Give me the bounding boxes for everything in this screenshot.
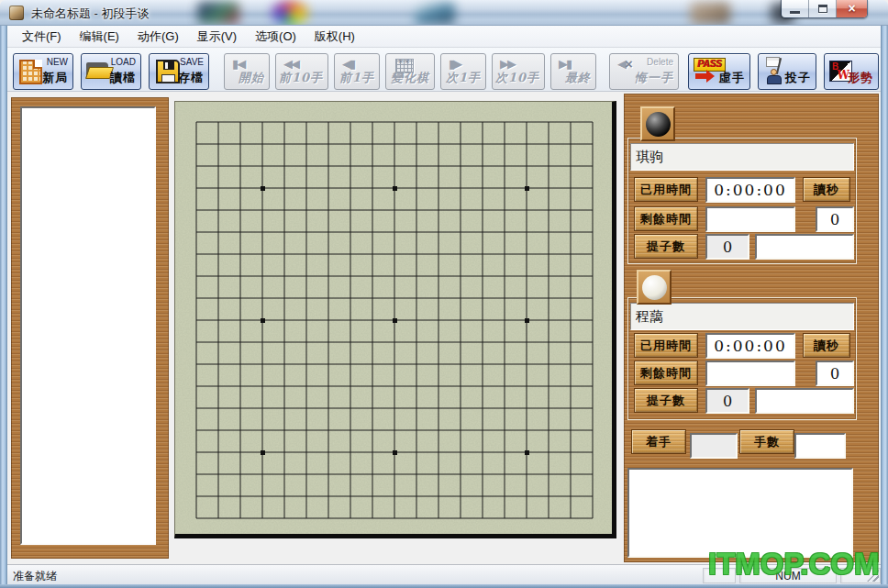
white-stone-icon	[642, 275, 667, 300]
board-grid	[175, 102, 612, 534]
black-player-group: 琪驹 已用時間 0:00:00 讀秒 剩餘時間 0 提子數 0	[627, 138, 857, 264]
window-minimize-button[interactable]	[782, 0, 809, 17]
go-to-end-button: ▶▮ 最終	[550, 53, 596, 90]
pass-button[interactable]: PASS 虛手	[688, 53, 750, 90]
undo-x-icon: ×	[625, 56, 633, 72]
black-time-left-field[interactable]	[705, 206, 795, 232]
go-to-start-button: ▮◀ 開始	[224, 53, 270, 90]
app-icon[interactable]	[9, 6, 24, 20]
title-bar[interactable]: 未命名标题 - 初段手谈 ×	[0, 0, 888, 26]
black-byoyomi-count-field[interactable]: 0	[816, 206, 854, 232]
save-top-label: SAVE	[180, 57, 204, 67]
white-time-used-field[interactable]: 0:00:00	[705, 333, 795, 359]
message-box[interactable]	[627, 468, 853, 558]
back-10-moves-button: ◀◀ 前10手	[275, 53, 328, 90]
white-byoyomi-button[interactable]: 讀秒	[803, 333, 850, 358]
move-listbox[interactable]	[20, 106, 156, 545]
estimate-button[interactable]: B W 形勢	[824, 53, 879, 90]
menu-view[interactable]: 显示(V)	[188, 26, 246, 48]
pass-arrow-icon	[695, 73, 706, 79]
start-label: 開始	[239, 70, 264, 86]
white-captures-extra-field[interactable]	[755, 388, 854, 414]
toolbar: NEW 新局 LOAD 讀檔 SAVE 存檔 ▮◀ 開始 ◀◀ 前10手 ◀▮ …	[7, 48, 881, 92]
black-time-used-label: 已用時間	[634, 177, 698, 202]
black-time-used-field[interactable]: 0:00:00	[705, 177, 795, 203]
white-time-left-label: 剩餘時間	[634, 361, 698, 385]
next10-label: 次10手	[495, 70, 539, 86]
back-1-icon: ◀▮	[342, 58, 354, 70]
move-number-label: 手數	[739, 429, 794, 454]
load-file-button[interactable]: LOAD 讀檔	[81, 53, 141, 90]
resign-button[interactable]: 投子	[758, 53, 816, 90]
black-time-left-label: 剩餘時間	[634, 206, 698, 231]
load-top-label: LOAD	[111, 57, 136, 67]
undo-move-button: ◀ × Delete 悔一手	[609, 53, 679, 90]
menu-options[interactable]: 选项(O)	[246, 26, 305, 48]
desktop-blur-blob	[690, 2, 730, 24]
menu-file[interactable]: 文件(F)	[13, 26, 71, 48]
current-move-field[interactable]	[690, 433, 738, 459]
desktop-blur-blob	[415, 2, 455, 24]
save-label: 存檔	[178, 70, 204, 86]
maximize-icon	[818, 5, 827, 13]
floppy-disk-icon	[156, 60, 180, 83]
forward-1-move-button: ▮▶ 次1手	[440, 53, 486, 90]
move-number-field[interactable]	[794, 433, 846, 459]
white-byoyomi-count-field[interactable]: 0	[816, 361, 854, 386]
load-label: 讀檔	[110, 70, 136, 86]
save-file-button[interactable]: SAVE 存檔	[149, 53, 209, 90]
variation-label: 變化棋	[391, 70, 429, 86]
current-move-label: 着手	[631, 429, 686, 454]
black-stone-icon	[646, 112, 671, 137]
move-list-panel	[11, 97, 169, 559]
info-panel: 琪驹 已用時間 0:00:00 讀秒 剩餘時間 0 提子數 0 程藹 已用時間 …	[624, 94, 879, 562]
new-top-label: NEW	[47, 57, 68, 67]
next1-label: 次1手	[446, 70, 481, 86]
black-player-name[interactable]: 琪驹	[630, 143, 854, 171]
window-close-button[interactable]: ×	[837, 0, 867, 17]
menu-about[interactable]: 版权(H)	[305, 26, 364, 48]
window-maximize-button[interactable]	[809, 0, 837, 17]
menu-edit[interactable]: 编辑(E)	[71, 26, 128, 48]
undo-arrow-icon: ◀	[617, 58, 625, 70]
open-folder-icon	[86, 62, 112, 80]
black-captures-field[interactable]: 0	[705, 234, 749, 260]
desktop-blur-blob	[272, 1, 308, 25]
skip-to-end-icon: ▶▮	[559, 58, 571, 70]
new-label: 新局	[42, 70, 68, 86]
black-byoyomi-button[interactable]: 讀秒	[803, 177, 850, 202]
close-icon: ×	[848, 2, 855, 15]
window-border-bottom	[0, 584, 888, 588]
pass-label: 虛手	[719, 70, 745, 86]
black-captures-extra-field[interactable]	[755, 234, 854, 260]
black-captures-label: 提子數	[634, 234, 698, 259]
white-player-group: 程藹 已用時間 0:00:00 讀秒 剩餘時間 0 提子數 0	[627, 297, 857, 420]
window-border-right	[881, 26, 888, 588]
white-captures-field[interactable]: 0	[705, 388, 749, 414]
watermark: ITMOP.COM	[708, 547, 879, 582]
minimize-icon	[790, 11, 800, 14]
white-time-left-field[interactable]	[705, 361, 795, 386]
go-board[interactable]	[174, 101, 616, 538]
new-game-icon	[19, 60, 42, 84]
undo-top-label: Delete	[647, 57, 673, 67]
back-1-move-button: ◀▮ 前1手	[334, 53, 380, 90]
menu-bar: 文件(F) 编辑(E) 动作(G) 显示(V) 选项(O) 版权(H)	[7, 26, 881, 48]
forward-10-icon: ▶▶	[500, 58, 515, 70]
back1-label: 前1手	[339, 70, 374, 86]
new-game-button[interactable]: NEW 新局	[13, 53, 73, 90]
estimate-label: 形勢	[848, 70, 873, 86]
status-message: 准备就绪	[13, 569, 57, 584]
resign-label: 投子	[785, 70, 811, 86]
black-stone-button[interactable]	[640, 106, 675, 141]
window-controls: ×	[781, 0, 868, 18]
white-stone-button[interactable]	[637, 270, 672, 305]
white-captures-label: 提子數	[634, 388, 698, 413]
window-border-left	[0, 26, 7, 588]
menu-action[interactable]: 动作(G)	[128, 26, 188, 48]
back10-label: 前10手	[279, 70, 323, 86]
handtalk-go-window: { "window": { "title": "未命名标题 - 初段手谈" },…	[0, 0, 888, 588]
client-area: 琪驹 已用時間 0:00:00 讀秒 剩餘時間 0 提子數 0 程藹 已用時間 …	[7, 92, 881, 564]
white-player-name[interactable]: 程藹	[630, 303, 854, 330]
desktop-blur-blob	[197, 2, 239, 24]
